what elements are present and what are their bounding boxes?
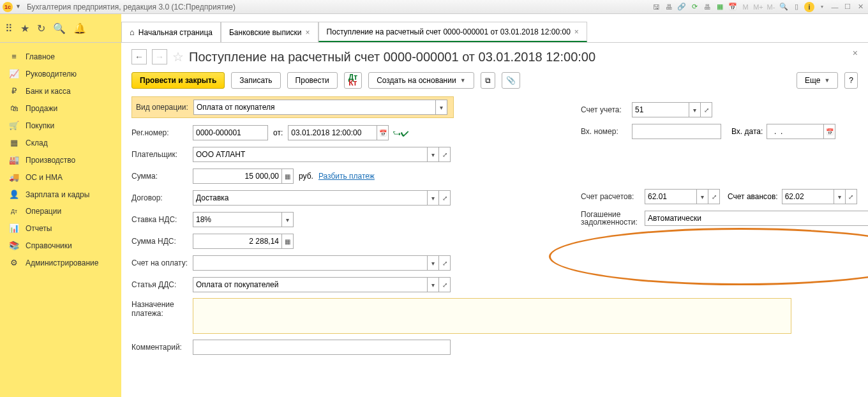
dropdown-icon[interactable]: ▾ <box>428 190 439 206</box>
sidebar-item-salary[interactable]: 👤Зарплата и кадры <box>0 186 121 203</box>
close-page-icon[interactable]: × <box>853 48 858 58</box>
close-window-icon[interactable]: ✕ <box>855 2 865 12</box>
attach-button[interactable]: 📎 <box>502 72 520 89</box>
dropdown-icon[interactable]: ▾ <box>428 277 439 292</box>
tab-bank-statements[interactable]: Банковские выписки × <box>221 22 318 42</box>
back-button[interactable]: ← <box>131 49 147 64</box>
sidebar-item-label: Главное <box>26 52 55 61</box>
search-icon[interactable]: 🔍 <box>53 22 66 34</box>
close-icon[interactable]: × <box>306 28 310 37</box>
refresh-icon[interactable]: ⟳ <box>689 2 700 12</box>
purpose-textarea[interactable] <box>193 298 791 334</box>
close-icon[interactable]: × <box>574 27 579 36</box>
info-icon[interactable]: i <box>804 2 814 12</box>
sidebar-item-admin[interactable]: ⚙Администрирование <box>0 254 121 271</box>
dtkt-button[interactable]: ДтКт <box>344 72 362 89</box>
link-icon[interactable]: 🔗 <box>677 2 687 12</box>
create-based-button[interactable]: Создать на основании▼ <box>368 72 474 89</box>
tab-home[interactable]: ⌂ Начальная страница <box>121 22 221 42</box>
sidebar-item-reports[interactable]: 📊Отчеты <box>0 220 121 237</box>
sidebar-item-bank[interactable]: ₽Банк и касса <box>0 82 121 100</box>
m-plus-icon[interactable]: M+ <box>753 2 763 12</box>
post-close-button[interactable]: Провести и закрыть <box>131 72 225 89</box>
tab-receipt[interactable]: Поступление на расчетный счет 0000-00000… <box>318 22 587 42</box>
reg-num-label: Рег.номер: <box>131 128 193 137</box>
dropdown-icon[interactable]: ▾ <box>428 255 439 271</box>
op-type-input[interactable] <box>193 100 436 115</box>
more-button[interactable]: Еще▼ <box>797 72 838 89</box>
account-input[interactable] <box>632 102 689 117</box>
dropdown-icon[interactable]: ▾ <box>689 102 701 117</box>
sidebar-item-purchases[interactable]: 🛒Покупки <box>0 117 121 134</box>
bell-icon[interactable]: 🔔 <box>73 22 86 34</box>
dds-input[interactable] <box>193 277 428 292</box>
favorite-star-icon[interactable]: ☆ <box>172 49 184 64</box>
sidebar-item-manager[interactable]: 📈Руководителю <box>0 65 121 82</box>
reg-num-input[interactable] <box>193 125 268 140</box>
open-icon[interactable]: ⤢ <box>439 277 451 292</box>
forward-button[interactable]: → <box>152 49 167 64</box>
date-input[interactable] <box>288 125 377 140</box>
dropdown-icon[interactable]: ▾ <box>436 100 447 115</box>
post-button[interactable]: Провести <box>287 72 338 89</box>
open-icon[interactable]: ⤢ <box>439 147 451 162</box>
amount-input[interactable] <box>193 169 282 184</box>
m-icon[interactable]: M <box>740 2 751 12</box>
open-icon[interactable]: ⤢ <box>439 190 451 206</box>
dropdown-icon[interactable]: ▾ <box>428 147 439 162</box>
vat-rate-input[interactable] <box>193 212 282 227</box>
sidebar-item-assets[interactable]: 🚚ОС и НМА <box>0 169 121 186</box>
books-icon: 📚 <box>9 241 19 250</box>
payer-input[interactable] <box>193 147 428 162</box>
zoom-icon[interactable]: 🔍 <box>779 2 789 12</box>
contract-input[interactable] <box>193 190 428 206</box>
sidebar-item-references[interactable]: 📚Справочники <box>0 237 121 254</box>
calc-icon[interactable]: ▦ <box>282 234 294 249</box>
save-icon[interactable]: 🖫 <box>651 2 661 12</box>
invoice-input[interactable] <box>193 255 428 271</box>
open-icon[interactable]: ⤢ <box>846 189 857 204</box>
settle-acc-input[interactable] <box>645 189 697 204</box>
grid-icon: ▦ <box>9 138 19 147</box>
calendar-icon[interactable]: 📅 <box>728 2 738 12</box>
calendar-icon[interactable]: 📅 <box>377 125 389 140</box>
panel-icon[interactable]: ▯ <box>791 2 802 12</box>
print-icon[interactable]: 🖶 <box>664 2 674 12</box>
calc-icon[interactable]: ▦ <box>715 2 725 12</box>
in-date-input[interactable] <box>767 124 824 139</box>
sidebar-item-main[interactable]: ≡Главное <box>0 48 121 65</box>
dropdown-icon[interactable]: ▾ <box>697 189 708 204</box>
dropdown-icon[interactable]: ▾ <box>834 189 846 204</box>
m-minus-icon[interactable]: M- <box>766 2 776 12</box>
maximize-icon[interactable]: ☐ <box>842 2 853 12</box>
dropdown-icon[interactable]: ▾ <box>282 212 294 227</box>
calendar-icon[interactable]: 📅 <box>824 124 835 139</box>
apps-icon[interactable]: ⠿ <box>5 22 13 34</box>
open-icon[interactable]: ⤢ <box>701 102 712 117</box>
app-menu-dropdown-icon[interactable]: ▼ <box>15 3 23 11</box>
minimize-icon[interactable]: — <box>830 2 840 12</box>
debt-input[interactable] <box>645 211 868 226</box>
help-button[interactable]: ? <box>844 72 858 89</box>
in-num-input[interactable] <box>632 124 721 139</box>
settle-acc-label: Счет расчетов: <box>581 192 645 201</box>
favorite-icon[interactable]: ★ <box>20 22 29 34</box>
print2-icon[interactable]: 🖶 <box>702 2 712 12</box>
dds-label: Статья ДДС: <box>131 280 193 289</box>
split-payment-link[interactable]: Разбить платеж <box>318 172 375 181</box>
structure-button[interactable]: ⧉ <box>481 72 495 89</box>
account-label: Счет учета: <box>581 105 632 114</box>
calc-icon[interactable]: ▦ <box>282 169 294 184</box>
info-dd-icon[interactable]: ▾ <box>817 2 827 12</box>
sidebar-item-production[interactable]: 🏭Производство <box>0 151 121 169</box>
comment-input[interactable] <box>193 340 451 355</box>
advance-acc-input[interactable] <box>782 189 834 204</box>
history-icon[interactable]: ↻ <box>37 22 45 34</box>
write-button[interactable]: Записать <box>231 72 280 89</box>
open-icon[interactable]: ⤢ <box>708 189 720 204</box>
sidebar-item-warehouse[interactable]: ▦Склад <box>0 134 121 151</box>
sidebar-item-sales[interactable]: 🛍Продажи <box>0 100 121 117</box>
sidebar-item-operations[interactable]: ДтОперации <box>0 203 121 220</box>
open-icon[interactable]: ⤢ <box>439 255 451 271</box>
vat-sum-input[interactable] <box>193 234 282 249</box>
